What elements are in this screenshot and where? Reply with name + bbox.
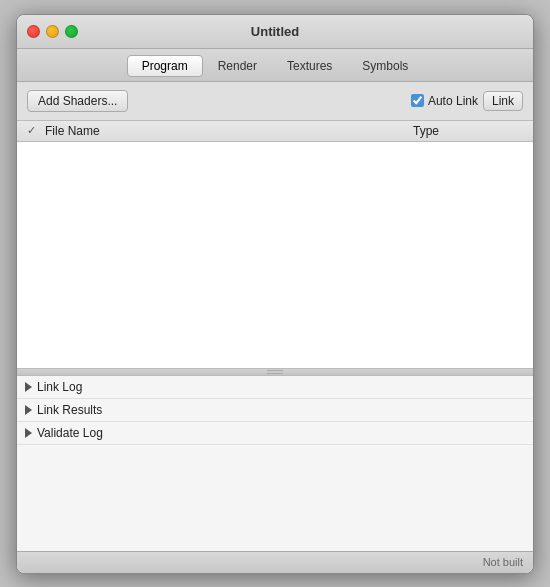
minimize-button[interactable]: [46, 25, 59, 38]
log-item-link-results[interactable]: Link Results: [17, 399, 533, 422]
log-item-link-log[interactable]: Link Log: [17, 376, 533, 399]
main-content: ✓ File Name Type Link Log Link Results V…: [17, 121, 533, 551]
triangle-icon-1: [25, 405, 32, 415]
resize-handle[interactable]: [17, 368, 533, 376]
titlebar: Untitled: [17, 15, 533, 49]
statusbar: Not built: [17, 551, 533, 573]
tab-program[interactable]: Program: [127, 55, 203, 77]
window-title: Untitled: [251, 24, 299, 39]
triangle-icon-0: [25, 382, 32, 392]
auto-link-area: Auto Link Link: [411, 91, 523, 111]
log-area: Link Log Link Results Validate Log: [17, 376, 533, 551]
main-window: Untitled Program Render Textures Symbols…: [16, 14, 534, 574]
log-label-0: Link Log: [37, 380, 82, 394]
add-shaders-button[interactable]: Add Shaders...: [27, 90, 128, 112]
tab-textures[interactable]: Textures: [272, 55, 347, 77]
tab-render[interactable]: Render: [203, 55, 272, 77]
log-label-2: Validate Log: [37, 426, 103, 440]
link-button[interactable]: Link: [483, 91, 523, 111]
tab-symbols[interactable]: Symbols: [347, 55, 423, 77]
table-header: ✓ File Name Type: [17, 121, 533, 142]
triangle-icon-2: [25, 428, 32, 438]
traffic-lights: [27, 25, 78, 38]
status-text: Not built: [483, 556, 523, 568]
log-label-1: Link Results: [37, 403, 102, 417]
toolbar: Add Shaders... Auto Link Link: [17, 82, 533, 121]
auto-link-checkbox[interactable]: [411, 94, 424, 107]
table-body: [17, 142, 533, 368]
maximize-button[interactable]: [65, 25, 78, 38]
col-filename-header: File Name: [45, 124, 413, 138]
col-type-header: Type: [413, 124, 533, 138]
auto-link-label: Auto Link: [411, 94, 478, 108]
log-item-validate-log[interactable]: Validate Log: [17, 422, 533, 445]
resize-handle-dot: [267, 370, 283, 374]
col-check-header: ✓: [17, 124, 45, 137]
tabs-bar: Program Render Textures Symbols: [17, 49, 533, 82]
close-button[interactable]: [27, 25, 40, 38]
auto-link-text: Auto Link: [428, 94, 478, 108]
table-area: ✓ File Name Type: [17, 121, 533, 368]
